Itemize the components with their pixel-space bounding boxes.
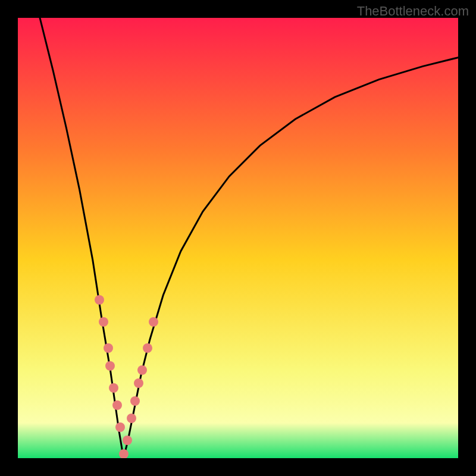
marker-dot — [104, 343, 113, 353]
marker-dot — [109, 383, 118, 393]
marker-dot — [112, 400, 122, 410]
marker-dot — [123, 436, 132, 445]
marker-dot — [127, 414, 136, 423]
marker-dot — [115, 422, 125, 432]
plot-area — [18, 18, 458, 458]
watermark-text: TheBottleneck.com — [357, 4, 469, 19]
marker-dot — [134, 378, 143, 388]
marker-dot — [99, 317, 108, 327]
marker-dot — [105, 361, 115, 371]
marker-dot — [137, 365, 147, 375]
marker-dot — [119, 449, 129, 458]
bottleneck-curve — [18, 18, 458, 458]
chart-frame: TheBottleneck.com — [0, 0, 476, 476]
marker-dot — [143, 343, 152, 353]
marker-dot — [149, 317, 158, 327]
marker-dot — [95, 295, 104, 305]
marker-dot — [130, 396, 140, 406]
